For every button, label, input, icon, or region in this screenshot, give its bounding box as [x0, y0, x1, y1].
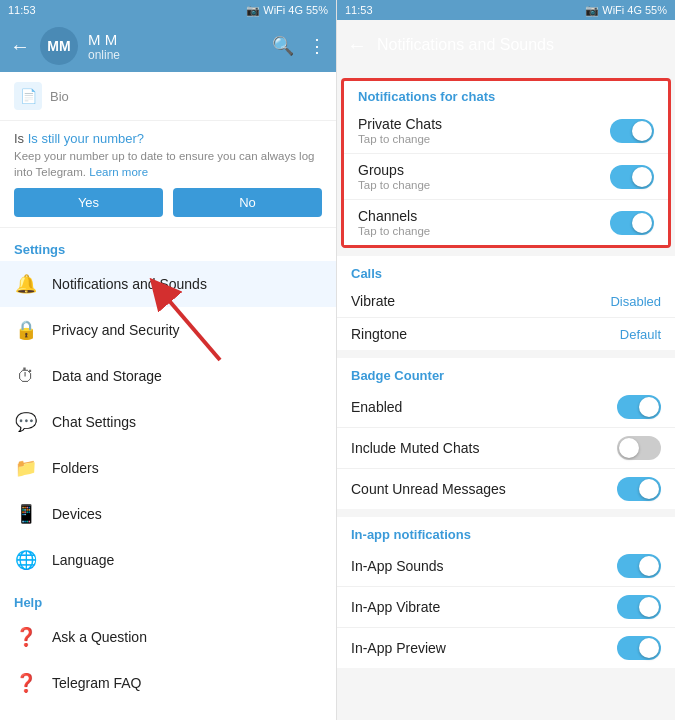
language-icon: 🌐	[14, 548, 38, 572]
ask-icon: ❓	[14, 625, 38, 649]
faq-icon: ❓	[14, 671, 38, 695]
settings-item-devices[interactable]: 📱 Devices	[0, 491, 336, 537]
in-app-sounds-toggle[interactable]	[617, 554, 661, 578]
faq-label: Telegram FAQ	[52, 675, 141, 691]
chat-label: Chat Settings	[52, 414, 136, 430]
in-app-sounds-row[interactable]: In-App Sounds	[337, 546, 675, 587]
top-bar-actions: 🔍 ⋮	[272, 35, 326, 57]
bio-doc-icon: 📄	[14, 82, 42, 110]
vibrate-value: Disabled	[610, 294, 661, 309]
private-chats-sublabel: Tap to change	[358, 133, 442, 145]
include-muted-row[interactable]: Include Muted Chats	[337, 428, 675, 469]
groups-sublabel: Tap to change	[358, 179, 430, 191]
include-muted-toggle[interactable]	[617, 436, 661, 460]
no-button[interactable]: No	[173, 188, 322, 217]
notifications-for-chats-title: Notifications for chats	[344, 81, 668, 108]
ringtone-value: Default	[620, 327, 661, 342]
in-app-vibrate-label: In-App Vibrate	[351, 599, 440, 615]
channels-sublabel: Tap to change	[358, 225, 430, 237]
left-top-bar: ← MM M M online 🔍 ⋮	[0, 20, 336, 72]
right-status-bar: 11:53 📷 WiFi 4G 55%	[337, 0, 675, 20]
groups-toggle[interactable]	[610, 165, 654, 189]
groups-row[interactable]: Groups Tap to change	[344, 154, 668, 200]
phone-banner-desc: Keep your number up to date to ensure yo…	[14, 148, 322, 180]
enabled-toggle[interactable]	[617, 395, 661, 419]
right-header: ← Notifications and Sounds	[337, 20, 675, 70]
back-button[interactable]: ←	[10, 35, 30, 58]
settings-item-data[interactable]: ⏱ Data and Storage	[0, 353, 336, 399]
status-time: 11:53	[8, 4, 36, 16]
language-label: Language	[52, 552, 114, 568]
privacy-label: Privacy and Security	[52, 322, 180, 338]
settings-item-chat[interactable]: 💬 Chat Settings	[0, 399, 336, 445]
data-icon: ⏱	[14, 364, 38, 388]
include-muted-label: Include Muted Chats	[351, 440, 479, 456]
help-header: Help	[0, 587, 336, 614]
count-unread-row[interactable]: Count Unread Messages	[337, 469, 675, 509]
in-app-title: In-app notifications	[337, 517, 675, 546]
settings-item-privacy[interactable]: 🔒 Privacy and Security	[0, 307, 336, 353]
count-unread-label: Count Unread Messages	[351, 481, 506, 497]
vibrate-row[interactable]: Vibrate Disabled	[337, 285, 675, 318]
in-app-preview-row[interactable]: In-App Preview	[337, 628, 675, 668]
channels-row[interactable]: Channels Tap to change	[344, 200, 668, 245]
folders-icon: 📁	[14, 456, 38, 480]
badge-counter-card: Badge Counter Enabled Include Muted Chat…	[337, 358, 675, 509]
ringtone-row[interactable]: Ringtone Default	[337, 318, 675, 350]
ringtone-label: Ringtone	[351, 326, 407, 342]
calls-card: Calls Vibrate Disabled Ringtone Default	[337, 256, 675, 350]
right-back-button[interactable]: ←	[347, 34, 367, 57]
user-info: M M online	[88, 31, 262, 62]
enabled-row[interactable]: Enabled	[337, 387, 675, 428]
private-chats-label: Private Chats	[358, 116, 442, 132]
phone-banner-title: Is Is still your number?	[14, 131, 322, 146]
settings-header: Settings	[0, 234, 336, 261]
left-status-bar: 11:53 📷 WiFi 4G 55%	[0, 0, 336, 20]
enabled-label: Enabled	[351, 399, 402, 415]
settings-item-ask[interactable]: ❓ Ask a Question	[0, 614, 336, 660]
in-app-preview-toggle[interactable]	[617, 636, 661, 660]
chat-icon: 💬	[14, 410, 38, 434]
yes-button[interactable]: Yes	[14, 188, 163, 217]
phone-banner: Is Is still your number? Keep your numbe…	[0, 121, 336, 228]
right-content: Notifications for chats Private Chats Ta…	[337, 70, 675, 720]
settings-item-folders[interactable]: 📁 Folders	[0, 445, 336, 491]
in-app-vibrate-row[interactable]: In-App Vibrate	[337, 587, 675, 628]
data-label: Data and Storage	[52, 368, 162, 384]
status-icons: 📷 WiFi 4G 55%	[246, 4, 328, 17]
right-title: Notifications and Sounds	[377, 36, 554, 54]
in-app-vibrate-toggle[interactable]	[617, 595, 661, 619]
vibrate-label: Vibrate	[351, 293, 395, 309]
in-app-preview-label: In-App Preview	[351, 640, 446, 656]
settings-item-notifications[interactable]: 🔔 Notifications and Sounds	[0, 261, 336, 307]
user-name: M M	[88, 31, 262, 48]
settings-item-faq[interactable]: ❓ Telegram FAQ	[0, 660, 336, 706]
notifications-label: Notifications and Sounds	[52, 276, 207, 292]
more-icon[interactable]: ⋮	[308, 35, 326, 57]
banner-buttons: Yes No	[14, 188, 322, 217]
calls-title: Calls	[337, 256, 675, 285]
bio-label: Bio	[50, 89, 69, 104]
right-status-icons: 📷 WiFi 4G 55%	[585, 4, 667, 17]
groups-label: Groups	[358, 162, 430, 178]
settings-section: Settings 🔔 Notifications and Sounds 🔒 Pr…	[0, 228, 336, 720]
right-status-time: 11:53	[345, 4, 373, 16]
folders-label: Folders	[52, 460, 99, 476]
notifications-icon: 🔔	[14, 272, 38, 296]
count-unread-toggle[interactable]	[617, 477, 661, 501]
in-app-card: In-app notifications In-App Sounds In-Ap…	[337, 517, 675, 668]
devices-label: Devices	[52, 506, 102, 522]
private-chats-row[interactable]: Private Chats Tap to change	[344, 108, 668, 154]
notifications-for-chats-card: Notifications for chats Private Chats Ta…	[341, 78, 671, 248]
in-app-sounds-label: In-App Sounds	[351, 558, 444, 574]
ask-label: Ask a Question	[52, 629, 147, 645]
private-chats-toggle[interactable]	[610, 119, 654, 143]
channels-toggle[interactable]	[610, 211, 654, 235]
channels-label: Channels	[358, 208, 430, 224]
settings-item-language[interactable]: 🌐 Language	[0, 537, 336, 583]
devices-icon: 📱	[14, 502, 38, 526]
profile-section: 📄 Bio	[0, 72, 336, 121]
right-panel: 11:53 📷 WiFi 4G 55% ← Notifications and …	[337, 0, 675, 720]
search-icon[interactable]: 🔍	[272, 35, 294, 57]
user-status: online	[88, 48, 262, 62]
